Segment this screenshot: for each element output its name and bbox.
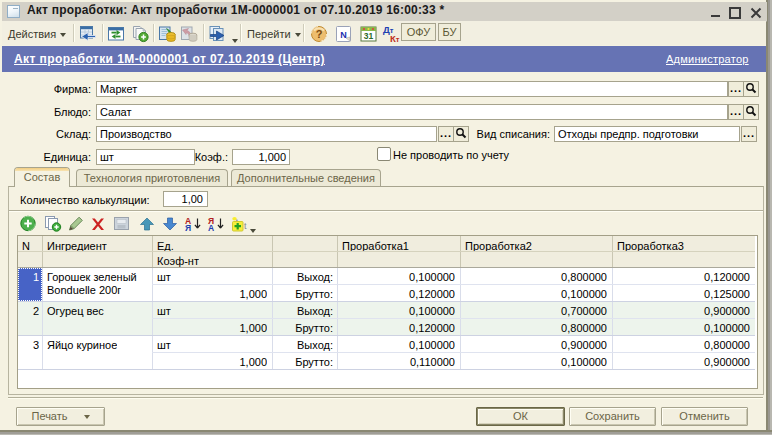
svg-text:Кт: Кт	[390, 33, 400, 44]
svg-text:?: ?	[316, 28, 323, 40]
svg-text:А: А	[208, 223, 214, 232]
svg-text:Я: Я	[185, 223, 191, 232]
svg-text:31: 31	[364, 31, 374, 41]
